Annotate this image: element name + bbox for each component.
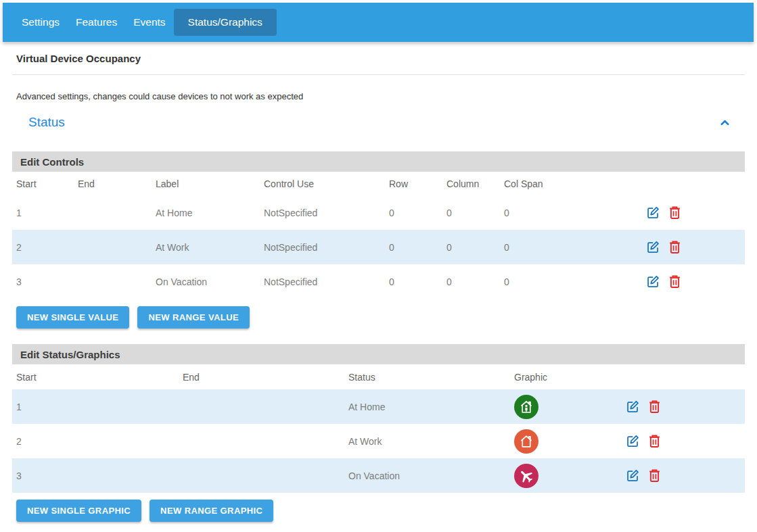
house-icon [514,429,538,454]
edit-status-graphics-section: Edit Status/Graphics Start End Status Gr… [12,344,745,522]
cell-label: At Home [152,208,260,218]
table-row: 3 On Vacation NotSpecified 0 0 0 [12,264,745,299]
cell-start: 1 [12,402,179,412]
delete-icon[interactable] [668,240,681,254]
col-header-label: Label [152,178,260,189]
delete-icon[interactable] [648,400,661,414]
graphics-table-header: Start End Status Graphic [12,364,745,389]
edit-icon[interactable] [626,468,640,483]
cell-control-use: NotSpecified [260,208,385,218]
airplane-icon [514,464,538,488]
cell-row: 0 [385,276,442,287]
new-single-graphic-button[interactable]: NEW SINGLE GRAPHIC [16,500,141,522]
cell-start: 1 [12,208,74,218]
cell-col-span: 0 [500,276,642,287]
tab-settings[interactable]: Settings [14,9,68,35]
col-header-start: Start [12,372,179,383]
col-header-status: Status [344,372,510,383]
cell-status: At Home [344,402,510,412]
cell-status: On Vacation [344,470,510,481]
cell-start: 3 [12,276,74,287]
edit-icon[interactable] [646,240,660,254]
cell-start: 2 [12,436,179,447]
table-row: 3 On Vacation [12,458,745,493]
new-range-graphic-button[interactable]: NEW RANGE GRAPHIC [150,500,273,522]
col-header-end: End [74,178,152,189]
new-range-value-button[interactable]: NEW RANGE VALUE [137,306,250,329]
cell-control-use: NotSpecified [260,242,385,253]
edit-icon[interactable] [646,205,660,220]
table-row: 2 At Work NotSpecified 0 0 0 [12,230,745,264]
edit-controls-section: Edit Controls Start End Label Control Us… [12,151,745,329]
table-row: 2 At Work [12,424,745,458]
cell-control-use: NotSpecified [260,276,385,287]
house-person-icon [514,395,538,419]
edit-icon[interactable] [626,434,640,448]
edit-controls-title: Edit Controls [12,151,745,172]
cell-start: 3 [12,470,179,481]
tab-events[interactable]: Events [125,9,173,35]
top-nav-bar: Settings Features Events Status/Graphics [3,3,754,42]
chevron-up-icon[interactable] [718,116,731,129]
new-single-value-button[interactable]: NEW SINGLE VALUE [16,306,129,329]
col-header-graphic: Graphic [510,372,622,383]
cell-label: At Work [152,242,260,253]
delete-icon[interactable] [668,205,681,220]
edit-icon[interactable] [626,400,640,414]
cell-col-span: 0 [500,208,642,218]
delete-icon[interactable] [668,274,681,289]
edit-icon[interactable] [646,274,660,289]
cell-column: 0 [442,208,500,218]
table-row: 1 At Home [12,389,745,424]
status-section-label: Status [28,115,65,130]
cell-row: 0 [385,208,442,218]
status-collapse-header: Status [12,114,745,131]
col-header-start: Start [12,178,74,189]
cell-label: On Vacation [152,276,260,287]
col-header-row: Row [385,178,442,189]
cell-column: 0 [442,242,500,253]
page-title: Virtual Device Occupancy [12,53,745,64]
cell-col-span: 0 [500,242,642,253]
advanced-settings-warning: Advanced settings, changes could cause d… [12,91,745,101]
edit-status-graphics-title: Edit Status/Graphics [12,344,745,364]
delete-icon[interactable] [648,434,661,448]
tab-status-graphics[interactable]: Status/Graphics [174,9,277,36]
col-header-col-span: Col Span [500,178,642,189]
table-row: 1 At Home NotSpecified 0 0 0 [12,195,745,230]
col-header-column: Column [442,178,500,189]
col-header-end: End [179,372,344,383]
col-header-control-use: Control Use [260,178,385,189]
cell-start: 2 [12,242,74,253]
cell-row: 0 [385,242,442,253]
cell-column: 0 [442,276,500,287]
delete-icon[interactable] [648,468,661,483]
divider [12,74,745,75]
tab-features[interactable]: Features [68,9,125,35]
controls-table-header: Start End Label Control Use Row Column C… [12,172,745,195]
cell-status: At Work [344,436,510,447]
